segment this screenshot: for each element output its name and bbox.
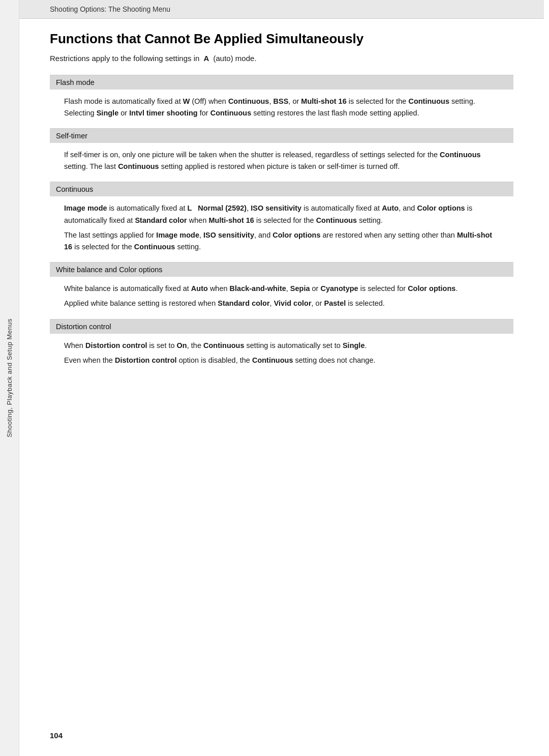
- section-header-white-balance: White balance and Color options: [50, 262, 513, 277]
- page-number: 104: [50, 731, 63, 740]
- flash-mode-para: Flash mode is automatically fixed at W (…: [64, 96, 499, 119]
- sidebar-label: Shooting, Playback and Setup Menus: [6, 318, 13, 438]
- breadcrumb: Shooting Options: The Shooting Menu: [19, 0, 544, 19]
- section-header-self-timer: Self-timer: [50, 128, 513, 143]
- section-header-continuous: Continuous: [50, 182, 513, 196]
- page-container: Shooting, Playback and Setup Menus Shoot…: [0, 0, 549, 756]
- section-content-self-timer: If self-timer is on, only one picture wi…: [50, 143, 513, 181]
- white-balance-para-1: White balance is automatically fixed at …: [64, 283, 499, 295]
- section-continuous: Continuous Image mode is automatically f…: [50, 182, 513, 261]
- auto-symbol: A: [204, 54, 209, 63]
- continuous-para-1: Image mode is automatically fixed at L N…: [64, 202, 499, 226]
- section-content-flash-mode: Flash mode is automatically fixed at W (…: [50, 90, 513, 127]
- intro-text: Restrictions apply to the following sett…: [50, 53, 513, 65]
- section-flash-mode: Flash mode Flash mode is automatically f…: [50, 75, 513, 127]
- continuous-para-2: The last settings applied for Image mode…: [64, 229, 499, 253]
- section-white-balance: White balance and Color options White ba…: [50, 262, 513, 317]
- breadcrumb-text: Shooting Options: The Shooting Menu: [50, 5, 170, 13]
- section-content-distortion-control: When Distortion control is set to On, th…: [50, 334, 513, 374]
- intro-suffix: (auto) mode.: [214, 54, 257, 63]
- section-header-distortion-control: Distortion control: [50, 319, 513, 334]
- white-balance-para-2: Applied white balance setting is restore…: [64, 298, 499, 309]
- sidebar-tab: Shooting, Playback and Setup Menus: [0, 0, 19, 756]
- distortion-para-1: When Distortion control is set to On, th…: [64, 340, 499, 352]
- main-content: Shooting Options: The Shooting Menu Func…: [19, 0, 549, 756]
- self-timer-para: If self-timer is on, only one picture wi…: [64, 149, 499, 172]
- section-header-flash-mode: Flash mode: [50, 75, 513, 90]
- sections-container: Flash mode Flash mode is automatically f…: [50, 75, 513, 375]
- distortion-para-2: Even when the Distortion control option …: [64, 355, 499, 366]
- section-self-timer: Self-timer If self-timer is on, only one…: [50, 128, 513, 181]
- section-distortion-control: Distortion control When Distortion contr…: [50, 319, 513, 374]
- intro-prefix: Restrictions apply to the following sett…: [50, 54, 199, 63]
- section-content-continuous: Image mode is automatically fixed at L N…: [50, 196, 513, 261]
- section-content-white-balance: White balance is automatically fixed at …: [50, 277, 513, 317]
- page-title: Functions that Cannot Be Applied Simulta…: [50, 31, 513, 47]
